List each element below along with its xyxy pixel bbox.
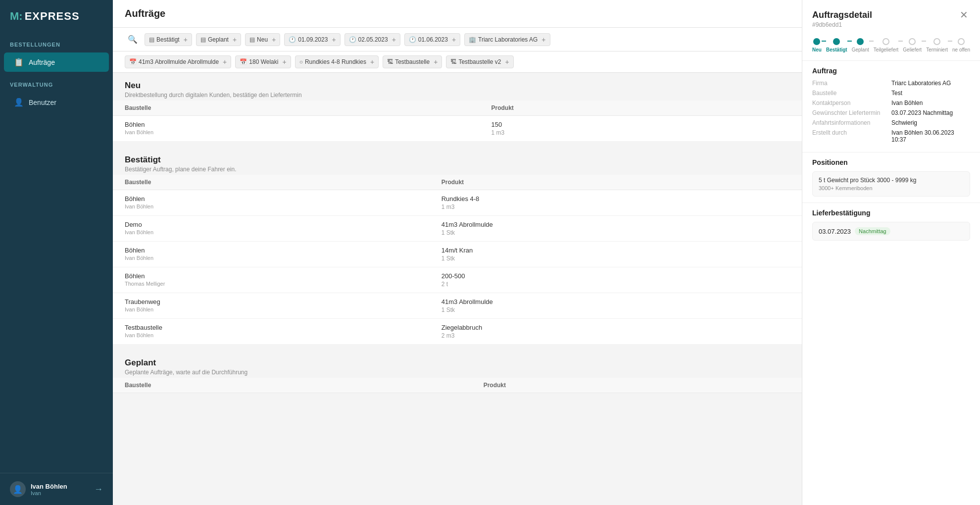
detail-panel: Auftragsdetail #9db6edd1 ✕ Neu Bestätigt…: [802, 0, 980, 505]
filter-chip-geplant[interactable]: ▤ Geplant +: [196, 33, 241, 46]
stepper: Neu Bestätigt Geplant Teilgeliefert Geli…: [802, 32, 980, 60]
step-connector-3: [869, 41, 874, 42]
logout-icon[interactable]: →: [94, 484, 103, 495]
filter-chip-bestaetigt[interactable]: ▤ Bestätigt +: [145, 33, 192, 46]
chip-icon-date1: 🕐: [289, 36, 296, 43]
detail-positionen-section: Positionen 5 t Gewicht pro Stück 3000 - …: [802, 152, 980, 202]
filter-chip-rundkies[interactable]: ○ Rundkies 4-8 Rundkies +: [295, 55, 379, 68]
filter-chip-date3[interactable]: 🕐 01.06.2023 +: [404, 33, 460, 46]
detail-value-firma: Triarc Laboratories AG: [891, 80, 970, 87]
chip-icon-bestaetigt: ▤: [149, 36, 154, 43]
chip-icon-geplant: ▤: [200, 36, 206, 43]
step-dot-geplant: [857, 38, 864, 45]
detail-row-kontakt: Kontaktperson Ivan Böhlen: [812, 100, 970, 106]
table-row[interactable]: Böhlen Ivan Böhlen 14m/t Kran 1 Stk: [113, 242, 802, 267]
detail-id: #9db6edd1: [812, 21, 872, 28]
delivery-date: 03.07.2023: [819, 228, 851, 235]
detail-header: Auftragsdetail #9db6edd1 ✕: [802, 0, 980, 32]
filter-chip-testbaustelle1[interactable]: 🏗 Testbaustelle +: [383, 55, 442, 68]
section-neu-title: Neu: [125, 81, 790, 91]
step-label-geliefert: Geliefert: [903, 47, 922, 52]
detail-label-liefertermin: Gewünschter Liefertermin: [812, 109, 891, 116]
filter-chip-date2[interactable]: 🕐 02.05.2023 +: [344, 33, 400, 46]
detail-auftrag-section: Auftrag Firma Triarc Laboratories AG Bau…: [802, 60, 980, 152]
logo-text: EXPRESS: [25, 10, 80, 23]
main-content: Aufträge 🔍 ▤ Bestätigt + ▤ Geplant + ▤ N…: [113, 0, 802, 505]
sidebar-item-auftraege[interactable]: 📋 Aufträge: [4, 52, 109, 72]
cell-baustelle: Böhlen Ivan Böhlen: [113, 242, 430, 267]
filter-chip-neu[interactable]: ▤ Neu +: [245, 33, 280, 46]
section-bestaetigt-header: Bestätigt Bestätiger Auftrag, plane dein…: [113, 147, 802, 175]
filters-bar-2: 📅 41m3 Abrollmulde Abrollmulde + 📅 180 W…: [113, 51, 802, 73]
sidebar: M: EXPRESS Bestellungen 📋 Aufträge Verwa…: [0, 0, 113, 505]
step-label-geplant: Geplant: [852, 47, 869, 52]
step-dot-geliefert: [909, 38, 916, 45]
chip-icon-date2: 🕐: [349, 36, 356, 43]
section-neu-subtitle: Direktbestellung durch digitalen Kunden,…: [125, 92, 790, 99]
chip-label-date3: 01.06.2023: [418, 36, 448, 43]
detail-value-baustelle: Test: [891, 90, 970, 97]
col-baustelle-geplant: Baustelle: [113, 378, 472, 393]
detail-lieferbestaetigung-section: Lieferbestätigung 03.07.2023 Nachmittag: [802, 202, 980, 247]
step-dot-bestaetigt: [833, 38, 840, 45]
step-bestaetigt: Bestätigt: [826, 38, 847, 52]
chip-icon-date3: 🕐: [409, 36, 416, 43]
cell-produkt: 150 1 m3: [480, 116, 802, 142]
step-geplant: Geplant: [852, 38, 869, 52]
section-neu: Neu Direktbestellung durch digitalen Kun…: [113, 73, 802, 141]
step-geliefert: Geliefert: [903, 38, 922, 52]
sidebar-bottom: 👤 Ivan Böhlen Ivan →: [0, 473, 113, 505]
detail-title: Auftragsdetail: [812, 10, 872, 20]
table-row[interactable]: Böhlen Ivan Böhlen 150 1 m3: [113, 116, 802, 142]
close-button[interactable]: ✕: [958, 10, 970, 20]
position-card-title: 5 t Gewicht pro Stück 3000 - 9999 kg: [819, 177, 964, 184]
step-connector-1: [822, 41, 826, 42]
sidebar-user: 👤 Ivan Böhlen Ivan: [10, 481, 67, 497]
detail-label-baustelle: Baustelle: [812, 90, 891, 97]
chip-icon-welaki: 📅: [240, 58, 247, 65]
filter-chip-date1[interactable]: 🕐 01.09.2023 +: [284, 33, 340, 46]
detail-value-anfahrt: Schwierig: [891, 119, 970, 126]
delivery-card: 03.07.2023 Nachmittag: [812, 222, 970, 241]
chip-icon-abrollmulde: 📅: [129, 58, 137, 65]
sidebar-item-benutzer-label: Benutzer: [29, 99, 56, 106]
step-teilgeliefert: Teilgeliefert: [874, 38, 899, 52]
cell-produkt: 14m/t Kran 1 Stk: [430, 242, 802, 267]
detail-row-erstellt: Erstellt durch Ivan Böhlen 30.06.2023 10…: [812, 129, 970, 143]
cell-baustelle: Böhlen Thomas Melliger: [113, 267, 430, 293]
chip-label-testbaustelle2: Testbaustelle v2: [458, 58, 501, 65]
cell-produkt: 41m3 Abrollmulde 1 Stk: [430, 216, 802, 242]
filter-chip-testbaustelle2[interactable]: 🏗 Testbaustelle v2 +: [446, 55, 513, 68]
table-row[interactable]: Böhlen Thomas Melliger 200-500 2 t: [113, 267, 802, 293]
table-row[interactable]: Böhlen Ivan Böhlen Rundkies 4-8 1 m3: [113, 190, 802, 216]
chip-icon-neu: ▤: [249, 36, 255, 43]
cell-baustelle: Böhlen Ivan Böhlen: [113, 190, 430, 216]
filter-chip-abrollmulde[interactable]: 📅 41m3 Abrollmulde Abrollmulde +: [125, 55, 231, 68]
search-icon[interactable]: 🔍: [125, 33, 141, 46]
cell-baustelle: Traubenweg Ivan Böhlen: [113, 293, 430, 319]
chip-label-company: Triarc Laboratories AG: [478, 36, 538, 43]
step-connector-4: [898, 41, 903, 42]
sidebar-section-verwaltung: Verwaltung: [0, 73, 113, 92]
detail-label-erstellt: Erstellt durch: [812, 129, 891, 143]
chip-label-date1: 01.09.2023: [298, 36, 328, 43]
sidebar-item-benutzer[interactable]: 👤 Benutzer: [4, 93, 109, 112]
step-ne-offen: ne offen: [952, 38, 970, 52]
chip-label-date2: 02.05.2023: [358, 36, 388, 43]
chip-icon-testbaustelle1: 🏗: [387, 58, 393, 65]
table-row[interactable]: Demo Ivan Böhlen 41m3 Abrollmulde 1 Stk: [113, 216, 802, 242]
benutzer-icon: 👤: [14, 98, 24, 107]
filter-chip-company[interactable]: 🏢 Triarc Laboratories AG +: [464, 33, 550, 46]
delivery-tag: Nachmittag: [855, 227, 890, 235]
step-label-terminiert: Terminiert: [926, 47, 948, 52]
table-geplant: Baustelle Produkt: [113, 378, 802, 393]
table-row[interactable]: Testbaustelle Ivan Böhlen Ziegelabbruch …: [113, 319, 802, 345]
table-row[interactable]: Traubenweg Ivan Böhlen 41m3 Abrollmulde …: [113, 293, 802, 319]
step-label-ne-offen: ne offen: [952, 47, 970, 52]
section-bestaetigt-subtitle: Bestätiger Auftrag, plane deine Fahrer e…: [125, 166, 790, 173]
chip-label-bestaetigt: Bestätigt: [156, 36, 180, 43]
filter-chip-welaki[interactable]: 📅 180 Welaki +: [235, 55, 291, 68]
detail-row-firma: Firma Triarc Laboratories AG: [812, 80, 970, 87]
chip-label-rundkies: Rundkies 4-8 Rundkies: [305, 58, 366, 65]
page-title: Aufträge: [125, 8, 790, 19]
